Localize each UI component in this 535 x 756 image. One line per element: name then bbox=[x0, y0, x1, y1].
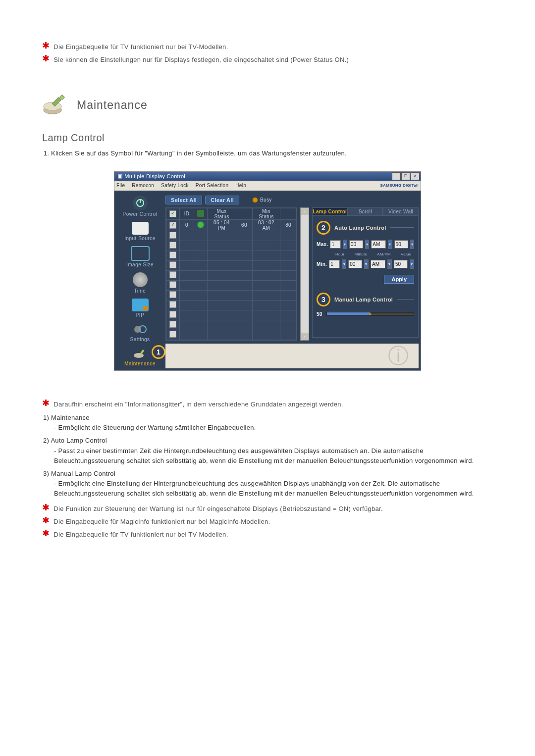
sidebar-item-settings[interactable]: Settings bbox=[116, 320, 163, 344]
desc-text-1: - Ermöglicht die Steuerung der Wartung s… bbox=[43, 423, 493, 433]
row-checkbox[interactable] bbox=[169, 242, 176, 249]
min-hour-input[interactable] bbox=[329, 260, 340, 268]
sidebar-item-label: Maintenance bbox=[116, 361, 163, 366]
tab-lamp-control[interactable]: Lamp Control bbox=[312, 207, 348, 216]
window-title: Multiple Display Control bbox=[124, 173, 185, 179]
table-row[interactable]: 0 05 : 04 PM 60 03 : 02 AM 80 bbox=[166, 219, 297, 231]
pip-icon bbox=[132, 299, 149, 311]
table-row bbox=[166, 320, 297, 330]
menu-port-selection[interactable]: Port Selection bbox=[196, 183, 228, 188]
table-row bbox=[166, 300, 297, 310]
header-check-icon[interactable] bbox=[169, 210, 176, 217]
dropdown-icon[interactable]: ▾ bbox=[343, 240, 347, 249]
min-value-input[interactable] bbox=[394, 260, 408, 268]
row-checkbox[interactable] bbox=[169, 311, 176, 318]
menu-remocon[interactable]: Remocon bbox=[132, 183, 154, 188]
scroll-down-icon[interactable]: ▾ bbox=[301, 333, 309, 340]
star-icon: ✱ bbox=[42, 41, 50, 51]
sidebar-item-time[interactable]: Time bbox=[116, 269, 163, 296]
desc-text-2: - Passt zu einer bestimmten Zeit die Hin… bbox=[43, 446, 493, 466]
sidebar-item-maintenance[interactable]: Maintenance 1 bbox=[116, 344, 163, 368]
max-ampm-input[interactable] bbox=[371, 240, 386, 249]
power-icon bbox=[133, 196, 148, 210]
table-row bbox=[166, 280, 297, 290]
select-all-button[interactable]: Select All bbox=[165, 196, 202, 204]
step-1: Klicken Sie auf das Symbol für "Wartung"… bbox=[51, 149, 493, 159]
cell-max-status: 05 : 04 PM bbox=[208, 219, 236, 231]
sidebar-item-label: Power Control bbox=[116, 211, 163, 217]
table-row bbox=[166, 231, 297, 241]
col-value: Value bbox=[401, 252, 411, 256]
row-checkbox[interactable] bbox=[169, 291, 176, 298]
sidebar-item-pip[interactable]: PIP bbox=[116, 296, 163, 320]
max-hour-input[interactable] bbox=[330, 240, 341, 249]
svg-point-7 bbox=[134, 353, 144, 358]
info-bar: ⓘ bbox=[165, 344, 419, 368]
max-minute-input[interactable] bbox=[349, 240, 363, 249]
sidebar-item-input-source[interactable]: Input Source bbox=[116, 219, 163, 243]
dropdown-icon[interactable]: ▾ bbox=[387, 259, 392, 269]
info-grid: ID Max Status Min Status 0 bbox=[165, 207, 297, 341]
sidebar-item-power-control[interactable]: Power Control bbox=[116, 193, 163, 219]
sidebar-item-image-size[interactable]: Image Size bbox=[116, 243, 163, 269]
desc-title-2: Auto Lamp Control bbox=[51, 437, 107, 444]
cell-min-val: 80 bbox=[280, 219, 297, 231]
grid-note: Daraufhin erscheint ein "Informationsgit… bbox=[54, 398, 493, 410]
max-value-input[interactable] bbox=[394, 240, 408, 249]
dropdown-icon[interactable]: ▾ bbox=[410, 240, 414, 249]
menu-safety-lock[interactable]: Safety Lock bbox=[161, 183, 189, 188]
row-checkbox[interactable] bbox=[169, 261, 176, 268]
row-checkbox[interactable] bbox=[169, 281, 176, 288]
image-size-icon bbox=[131, 246, 150, 261]
callout-1: 1 bbox=[152, 345, 165, 359]
row-checkbox[interactable] bbox=[169, 252, 176, 258]
row-checkbox[interactable] bbox=[169, 331, 176, 338]
minimize-icon[interactable]: _ bbox=[392, 172, 401, 180]
table-row bbox=[166, 251, 297, 260]
row-checkbox[interactable] bbox=[169, 271, 176, 278]
vertical-scrollbar[interactable]: ▴ ▾ bbox=[300, 207, 309, 341]
dropdown-icon[interactable]: ▾ bbox=[342, 259, 346, 269]
star-icon: ✱ bbox=[42, 515, 50, 526]
callout-3: 3 bbox=[317, 293, 330, 306]
close-icon[interactable]: × bbox=[411, 172, 420, 180]
subsection-title: Lamp Control bbox=[42, 132, 493, 144]
manual-lamp-label: Manual Lamp Control bbox=[334, 297, 393, 302]
row-checkbox[interactable] bbox=[169, 301, 176, 308]
dropdown-icon[interactable]: ▾ bbox=[410, 259, 414, 269]
tab-scroll[interactable]: Scroll bbox=[348, 207, 383, 216]
row-checkbox[interactable] bbox=[169, 232, 176, 239]
min-minute-input[interactable] bbox=[348, 260, 362, 268]
menu-file[interactable]: File bbox=[116, 183, 125, 188]
menu-help[interactable]: Help bbox=[235, 183, 246, 188]
auto-lamp-label: Auto Lamp Control bbox=[334, 225, 386, 231]
sidebar-item-label: Time bbox=[116, 288, 163, 294]
settings-icon bbox=[132, 323, 149, 336]
manual-value: 50 bbox=[317, 311, 322, 317]
maximize-icon[interactable]: □ bbox=[401, 172, 410, 180]
clear-all-button[interactable]: Clear All bbox=[205, 196, 239, 204]
dropdown-icon[interactable]: ▾ bbox=[388, 240, 392, 249]
slider-thumb-icon[interactable]: ▴ bbox=[369, 310, 372, 316]
dropdown-icon[interactable]: ▾ bbox=[365, 240, 369, 249]
sidebar-item-label: Settings bbox=[116, 337, 163, 342]
maintenance-icon bbox=[42, 93, 69, 117]
desc-num-3: 3) bbox=[43, 470, 49, 477]
apply-button[interactable]: Apply bbox=[384, 275, 414, 284]
desc-num-2: 2) bbox=[43, 437, 49, 444]
col-min-status: Min Status bbox=[252, 208, 280, 219]
row-checkbox[interactable] bbox=[169, 222, 176, 229]
dropdown-icon[interactable]: ▾ bbox=[364, 259, 369, 269]
table-row bbox=[166, 290, 297, 300]
app-title-icon: ▣ bbox=[117, 173, 122, 179]
table-row bbox=[166, 260, 297, 270]
col-id: ID bbox=[180, 208, 194, 219]
row-checkbox[interactable] bbox=[169, 321, 176, 328]
manual-slider-track[interactable]: ▴ bbox=[326, 312, 414, 316]
tab-video-wall[interactable]: Video Wall bbox=[383, 207, 419, 216]
cell-min-status: 03 : 02 AM bbox=[252, 219, 280, 231]
min-label: Min. bbox=[317, 261, 327, 267]
sidebar-item-label: PIP bbox=[116, 312, 163, 318]
min-ampm-input[interactable] bbox=[371, 260, 385, 268]
scroll-up-icon[interactable]: ▴ bbox=[301, 208, 309, 215]
